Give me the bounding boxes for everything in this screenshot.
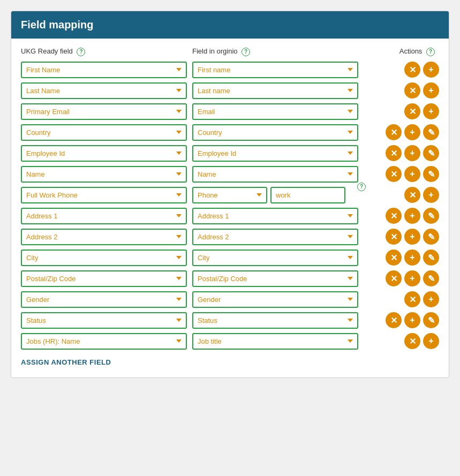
remove-button-row-postal-zip[interactable]: ✕ bbox=[386, 270, 402, 286]
add-button-row-city[interactable]: + bbox=[404, 250, 420, 266]
add-button-row-postal-zip[interactable]: + bbox=[404, 270, 420, 286]
ukg-select-row-address-2[interactable]: Address 2 bbox=[21, 229, 187, 245]
edit-button-row-country[interactable]: ✎ bbox=[423, 124, 439, 140]
org-select-row-jobs-hr-name[interactable]: Job title bbox=[192, 333, 358, 350]
org-select-row-postal-zip[interactable]: Postal/Zip Code bbox=[192, 270, 358, 287]
ukg-select-row-status[interactable]: Status bbox=[21, 312, 187, 329]
actions-cell-row-postal-zip: ✕+✎ bbox=[364, 270, 439, 286]
card-body: UKG Ready field ? Field in orginio ? Act… bbox=[11, 39, 449, 377]
card-header: Field mapping bbox=[11, 11, 449, 39]
ukg-help-icon[interactable]: ? bbox=[77, 48, 85, 56]
mapping-row-row-city: CityCity✕+✎ bbox=[21, 250, 439, 266]
ukg-select-row-postal-zip[interactable]: Postal/Zip Code bbox=[21, 270, 187, 287]
remove-button-row-full-work-phone[interactable]: ✕ bbox=[404, 187, 420, 203]
org-select-row-city[interactable]: City bbox=[192, 250, 358, 266]
mapping-row-row-address-2: Address 2Address 2✕+✎ bbox=[21, 229, 439, 245]
ukg-select-row-name[interactable]: Name bbox=[21, 166, 187, 183]
actions-cell-row-name: ✕+✎ bbox=[364, 166, 439, 182]
mapping-row-row-country: CountryCountry✕+✎ bbox=[21, 124, 439, 141]
remove-button-row-last-name[interactable]: ✕ bbox=[404, 82, 420, 99]
phone-help-icon[interactable]: ? bbox=[357, 183, 366, 191]
org-select-row-address-1[interactable]: Address 1 bbox=[192, 208, 358, 224]
org-select-row-address-2[interactable]: Address 2 bbox=[192, 229, 358, 245]
remove-button-row-primary-email[interactable]: ✕ bbox=[404, 103, 420, 119]
org-select-row-employee-id[interactable]: Employee Id bbox=[192, 145, 358, 162]
remove-button-row-status[interactable]: ✕ bbox=[386, 312, 402, 328]
edit-button-row-address-1[interactable]: ✎ bbox=[423, 208, 439, 224]
edit-button-row-status[interactable]: ✎ bbox=[423, 312, 439, 328]
remove-button-row-country[interactable]: ✕ bbox=[386, 124, 402, 140]
actions-cell-row-address-2: ✕+✎ bbox=[364, 229, 439, 245]
mapping-row-row-status: StatusStatus✕+✎ bbox=[21, 312, 439, 329]
ukg-select-row-employee-id[interactable]: Employee Id bbox=[21, 145, 187, 162]
add-button-row-gender[interactable]: + bbox=[423, 291, 439, 307]
ukg-select-row-primary-email[interactable]: Primary Email bbox=[21, 103, 187, 120]
add-button-row-full-work-phone[interactable]: + bbox=[423, 187, 439, 203]
org-select-row-last-name[interactable]: Last name bbox=[192, 82, 358, 99]
remove-button-row-gender[interactable]: ✕ bbox=[404, 291, 420, 307]
ukg-select-row-country[interactable]: Country bbox=[21, 124, 187, 141]
add-button-row-status[interactable]: + bbox=[404, 312, 420, 328]
actions-cell-row-status: ✕+✎ bbox=[364, 312, 439, 328]
remove-button-row-address-2[interactable]: ✕ bbox=[386, 229, 402, 245]
ukg-select-row-gender[interactable]: Gender bbox=[21, 291, 187, 308]
mapping-row-row-postal-zip: Postal/Zip CodePostal/Zip Code✕+✎ bbox=[21, 270, 439, 287]
ukg-select-row-full-work-phone[interactable]: Full Work Phone bbox=[21, 187, 187, 203]
ukg-select-row-address-1[interactable]: Address 1 bbox=[21, 208, 187, 224]
mapping-row-row-employee-id: Employee IdEmployee Id✕+✎ bbox=[21, 145, 439, 162]
org-select-row-primary-email[interactable]: Email bbox=[192, 103, 358, 120]
add-button-row-last-name[interactable]: + bbox=[423, 82, 439, 99]
add-button-row-country[interactable]: + bbox=[404, 124, 420, 140]
add-button-row-jobs-hr-name[interactable]: + bbox=[423, 333, 439, 349]
actions-cell-row-full-work-phone: ✕+ bbox=[364, 187, 439, 203]
org-select-row-status[interactable]: Status bbox=[192, 312, 358, 329]
actions-help-icon[interactable]: ? bbox=[426, 48, 435, 56]
edit-button-row-name[interactable]: ✎ bbox=[423, 166, 439, 182]
actions-cell-row-first-name: ✕+ bbox=[364, 62, 439, 78]
remove-button-row-address-1[interactable]: ✕ bbox=[386, 208, 402, 224]
mapping-row-row-name: NameName✕+✎ bbox=[21, 166, 439, 183]
actions-cell-row-gender: ✕+ bbox=[364, 291, 439, 307]
org-select-row-country[interactable]: Country bbox=[192, 124, 358, 141]
add-button-row-primary-email[interactable]: + bbox=[423, 103, 439, 119]
org-phone-subtype-input-row-full-work-phone[interactable] bbox=[270, 187, 345, 203]
org-help-icon[interactable]: ? bbox=[242, 48, 250, 56]
ukg-select-row-jobs-hr-name[interactable]: Jobs (HR): Name bbox=[21, 333, 187, 350]
add-button-row-first-name[interactable]: + bbox=[423, 62, 439, 78]
mapping-row-row-primary-email: Primary EmailEmail✕+ bbox=[21, 103, 439, 120]
org-select-row-name[interactable]: Name bbox=[192, 166, 358, 183]
ukg-column-header: UKG Ready field ? bbox=[21, 47, 187, 56]
ukg-select-row-last-name[interactable]: Last Name bbox=[21, 82, 187, 99]
remove-button-row-city[interactable]: ✕ bbox=[386, 250, 402, 266]
org-phone-type-select-row-full-work-phone[interactable]: Phone bbox=[192, 187, 267, 203]
assign-another-field-link[interactable]: ASSIGN ANOTHER FIELD bbox=[21, 358, 111, 366]
edit-button-row-postal-zip[interactable]: ✎ bbox=[423, 270, 439, 286]
mapping-row-row-address-1: Address 1Address 1✕+✎ bbox=[21, 208, 439, 224]
org-select-row-gender[interactable]: Gender bbox=[192, 291, 358, 308]
edit-button-row-city[interactable]: ✎ bbox=[423, 250, 439, 266]
remove-button-row-employee-id[interactable]: ✕ bbox=[386, 145, 402, 161]
actions-cell-row-city: ✕+✎ bbox=[364, 250, 439, 266]
actions-cell-row-country: ✕+✎ bbox=[364, 124, 439, 140]
remove-button-row-first-name[interactable]: ✕ bbox=[404, 62, 420, 78]
mapping-row-row-gender: GenderGender✕+ bbox=[21, 291, 439, 308]
actions-cell-row-primary-email: ✕+ bbox=[364, 103, 439, 119]
ukg-select-row-first-name[interactable]: First Name bbox=[21, 62, 187, 78]
edit-button-row-address-2[interactable]: ✎ bbox=[423, 229, 439, 245]
edit-button-row-employee-id[interactable]: ✎ bbox=[423, 145, 439, 161]
mapping-row-row-full-work-phone: Full Work PhonePhone?✕+ bbox=[21, 187, 439, 203]
ukg-select-row-city[interactable]: City bbox=[21, 250, 187, 266]
card-title: Field mapping bbox=[21, 19, 94, 31]
actions-column-header: Actions ? bbox=[364, 47, 439, 56]
remove-button-row-name[interactable]: ✕ bbox=[386, 166, 402, 182]
field-mapping-card: Field mapping UKG Ready field ? Field in… bbox=[11, 11, 449, 378]
actions-cell-row-employee-id: ✕+✎ bbox=[364, 145, 439, 161]
org-column-header: Field in orginio ? bbox=[192, 47, 358, 56]
add-button-row-employee-id[interactable]: + bbox=[404, 145, 420, 161]
org-select-row-first-name[interactable]: First name bbox=[192, 62, 358, 78]
add-button-row-address-1[interactable]: + bbox=[404, 208, 420, 224]
add-button-row-name[interactable]: + bbox=[404, 166, 420, 182]
add-button-row-address-2[interactable]: + bbox=[404, 229, 420, 245]
column-headers: UKG Ready field ? Field in orginio ? Act… bbox=[21, 47, 439, 56]
remove-button-row-jobs-hr-name[interactable]: ✕ bbox=[404, 333, 420, 349]
